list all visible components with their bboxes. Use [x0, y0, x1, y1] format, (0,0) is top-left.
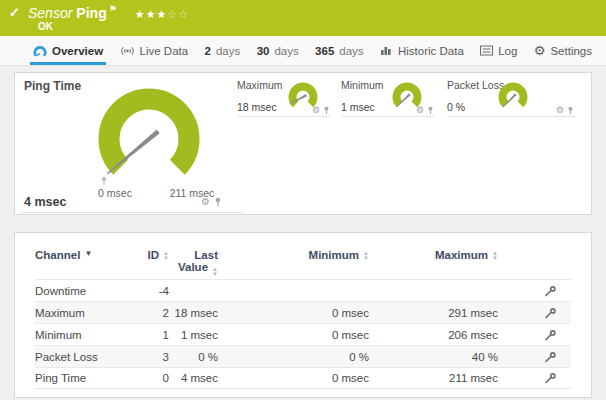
channel-table-panel: Channel▼ ID▲▼ LastValue▲▼ Minimum▲▼ Maxi…	[14, 232, 592, 398]
gear-icon: ⚙	[534, 44, 546, 57]
gauge-actions: ⚙	[416, 106, 434, 115]
tab-2-days[interactable]: 2days	[205, 36, 241, 65]
tab-label: days	[216, 45, 240, 57]
gauge-actions: ⚙	[556, 106, 574, 115]
column-header-maximum[interactable]: Maximum▲▼	[369, 249, 498, 279]
gauge-min-label: 0 msec	[87, 187, 143, 199]
column-header-id[interactable]: ID▲▼	[135, 249, 169, 279]
channel-maximum: 206 msec	[369, 329, 498, 341]
sensor-status-header: ✓ SensorPing⚑★★★☆☆ OK	[0, 0, 606, 36]
tab-label: days	[339, 45, 363, 57]
live-data-icon	[120, 45, 135, 57]
channel-name: Downtime	[35, 285, 135, 297]
check-icon: ✓	[9, 5, 20, 20]
tab-label: Historic Data	[398, 45, 464, 57]
gauge-value: 0 %	[447, 101, 465, 113]
gauge-pin-icon[interactable]	[323, 106, 330, 115]
tab-label: Live Data	[140, 45, 189, 57]
channel-id: 0	[135, 372, 169, 384]
channel-id: 2	[135, 307, 169, 319]
tab-number: 365	[315, 45, 334, 57]
gauges-panel: Ping Time 0 msec 211 msec 4 msec ⚙ Maxim…	[14, 72, 592, 215]
channel-minimum: 0 msec	[218, 372, 369, 384]
table-row[interactable]: Packet Loss 3 0 % 0 % 40 %	[35, 345, 571, 367]
gauge-block-packet-loss: Packet Loss 0 % ⚙	[447, 79, 575, 117]
tab-30-days[interactable]: 30days	[257, 36, 299, 65]
stars-empty: ☆☆	[167, 8, 189, 20]
channel-minimum: 0 msec	[218, 307, 369, 319]
prtg-sensor-page: ✓ SensorPing⚑★★★☆☆ OK Overview Live Data…	[0, 0, 606, 400]
table-row[interactable]: Downtime -4	[35, 279, 571, 301]
column-header-minimum[interactable]: Minimum▲▼	[218, 249, 369, 279]
tab-label: days	[274, 45, 298, 57]
channel-id: 3	[135, 351, 169, 363]
tab-number: 2	[205, 45, 211, 57]
gauge-settings-icon[interactable]: ⚙	[312, 106, 320, 115]
priority-stars[interactable]: ★★★☆☆	[135, 8, 189, 20]
channel-settings-wrench-icon[interactable]	[544, 329, 557, 341]
gauge-pin-icon[interactable]	[567, 106, 574, 115]
gauge-label: Maximum	[237, 79, 283, 91]
channel-maximum: 211 msec	[369, 372, 498, 384]
channel-maximum: 291 msec	[369, 307, 498, 319]
tab-settings[interactable]: ⚙ Settings	[534, 36, 592, 65]
channel-minimum: 0 %	[218, 351, 369, 363]
channel-name: Ping Time	[35, 372, 135, 384]
table-row[interactable]: Minimum 1 1 msec 0 msec 206 msec	[35, 323, 571, 345]
channel-table: Channel▼ ID▲▼ LastValue▲▼ Minimum▲▼ Maxi…	[15, 233, 591, 389]
status-badge: OK	[38, 21, 53, 32]
gauge-settings-icon[interactable]: ⚙	[201, 197, 210, 207]
tab-number: 30	[257, 45, 270, 57]
sensor-kind-label: Sensor	[28, 5, 72, 21]
sensor-title-line: SensorPing⚑★★★☆☆	[28, 4, 189, 21]
channel-id: -4	[135, 285, 169, 297]
channel-minimum: 0 msec	[218, 329, 369, 341]
sort-desc-icon: ▼	[84, 249, 92, 258]
stars-filled: ★★★	[135, 8, 168, 20]
tab-historic-data[interactable]: Historic Data	[380, 36, 464, 65]
channel-settings-wrench-icon[interactable]	[544, 351, 557, 363]
channel-last-value: 18 msec	[169, 307, 218, 319]
bar-chart-icon	[380, 45, 393, 56]
channel-settings-wrench-icon[interactable]	[544, 285, 557, 297]
ping-time-gauge	[64, 81, 234, 193]
gauge-pin-icon[interactable]	[214, 197, 222, 207]
tab-365-days[interactable]: 365days	[315, 36, 363, 65]
gauge-actions: ⚙	[312, 106, 330, 115]
channel-name: Packet Loss	[35, 351, 135, 363]
log-icon	[480, 45, 493, 56]
tab-log[interactable]: Log	[480, 36, 517, 65]
channel-id: 1	[135, 329, 169, 341]
gauge-value: 18 msec	[237, 101, 277, 113]
gauge-label: Minimum	[341, 79, 384, 91]
channel-table-body: Downtime -4 Maximum 2 18 msec 0 msec 291…	[35, 279, 571, 389]
gauge-value: 1 msec	[341, 101, 375, 113]
channel-name: Minimum	[35, 329, 135, 341]
tab-overview[interactable]: Overview	[33, 36, 103, 65]
channel-last-value: 1 msec	[169, 329, 218, 341]
gauge-pin-icon[interactable]	[427, 106, 434, 115]
flag-icon[interactable]: ⚑	[109, 4, 117, 14]
gauge-settings-icon[interactable]: ⚙	[556, 106, 564, 115]
table-row[interactable]: Ping Time 0 4 msec 0 msec 211 msec	[35, 367, 571, 389]
tab-label: Log	[498, 45, 517, 57]
gauge-settings-icon[interactable]: ⚙	[416, 106, 424, 115]
divider	[21, 212, 243, 213]
channel-settings-wrench-icon[interactable]	[544, 307, 557, 319]
channel-settings-wrench-icon[interactable]	[544, 372, 557, 384]
column-header-channel[interactable]: Channel▼	[35, 249, 135, 279]
channel-last-value: 0 %	[169, 351, 218, 363]
channel-maximum: 40 %	[369, 351, 498, 363]
gauge-icon	[33, 45, 47, 57]
tab-label: Overview	[52, 45, 103, 57]
channel-last-value: 4 msec	[169, 372, 218, 384]
channel-name: Maximum	[35, 307, 135, 319]
channel-table-header: Channel▼ ID▲▼ LastValue▲▼ Minimum▲▼ Maxi…	[35, 233, 571, 279]
ping-time-value: 4 msec	[24, 195, 66, 209]
column-header-last-value[interactable]: LastValue▲▼	[169, 249, 218, 279]
tab-live-data[interactable]: Live Data	[120, 36, 189, 65]
table-row[interactable]: Maximum 2 18 msec 0 msec 291 msec	[35, 301, 571, 323]
main-gauge-actions: ⚙	[201, 197, 222, 207]
gauge-block-minimum: Minimum 1 msec ⚙	[341, 79, 435, 117]
gauge-block-maximum: Maximum 18 msec ⚙	[237, 79, 331, 117]
